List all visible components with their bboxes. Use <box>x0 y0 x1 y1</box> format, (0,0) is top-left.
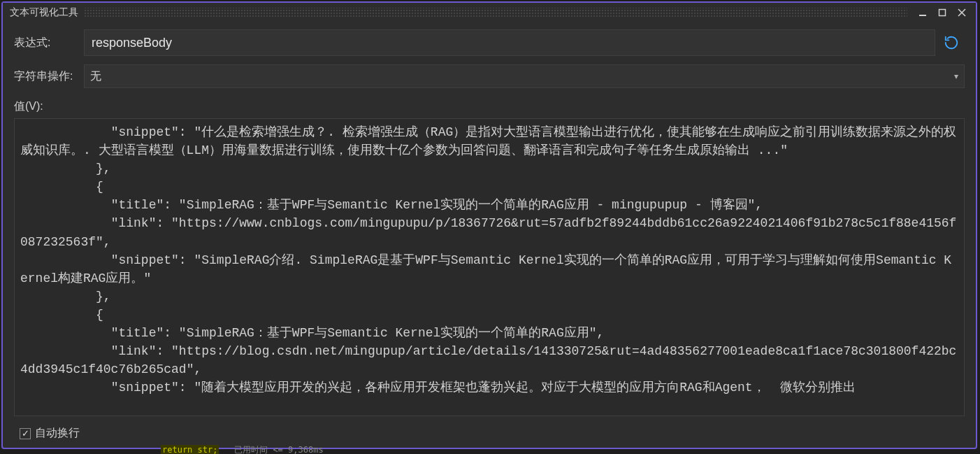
value-content: "snippet": "什么是检索增强生成？. 检索增强生成（RAG）是指对大型… <box>20 123 958 397</box>
string-ops-select[interactable]: 无 ▾ <box>84 64 965 88</box>
value-label: 值(V): <box>3 99 976 118</box>
titlebar-drag-area[interactable] <box>84 8 907 17</box>
svg-rect-0 <box>919 15 926 16</box>
window-buttons <box>913 4 972 21</box>
close-icon <box>958 8 966 17</box>
wrap-label: 自动换行 <box>35 426 80 441</box>
string-ops-value: 无 <box>90 69 101 84</box>
svg-rect-1 <box>939 10 946 16</box>
minimize-icon <box>918 8 927 17</box>
maximize-icon <box>938 8 946 17</box>
value-textarea[interactable]: "snippet": "什么是检索增强生成？. 检索增强生成（RAG）是指对大型… <box>14 118 965 416</box>
expression-row: 表达式: <box>14 29 965 56</box>
string-ops-row: 字符串操作: 无 ▾ <box>14 64 965 88</box>
window-title: 文本可视化工具 <box>10 6 78 19</box>
form-area: 表达式: 字符串操作: 无 ▾ <box>3 22 976 99</box>
close-button[interactable] <box>952 4 972 21</box>
wrap-checkbox[interactable] <box>20 428 31 439</box>
refresh-button[interactable] <box>938 29 965 56</box>
maximize-button[interactable] <box>932 4 952 21</box>
titlebar[interactable]: 文本可视化工具 <box>3 3 976 22</box>
background-code-strip: return str; 已用时间 <= 9,368ms <box>161 444 324 454</box>
chevron-down-icon: ▾ <box>954 71 958 81</box>
expression-label: 表达式: <box>14 36 84 50</box>
expression-input[interactable] <box>84 29 935 56</box>
footer: 自动换行 <box>3 422 976 448</box>
refresh-icon <box>944 35 959 50</box>
minimize-button[interactable] <box>913 4 932 21</box>
text-visualizer-window: 文本可视化工具 表达式: 字符串操作: <box>1 1 977 449</box>
string-ops-label: 字符串操作: <box>14 69 84 84</box>
